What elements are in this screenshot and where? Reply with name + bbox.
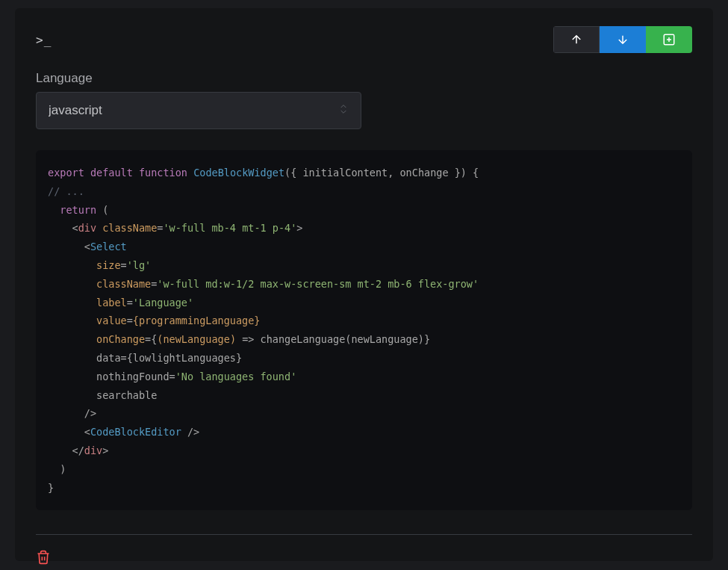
code-editor[interactable]: export default function CodeBlockWidget(…	[36, 150, 692, 510]
code-widget-panel: >_ Language export default function Code…	[15, 8, 713, 561]
language-select-wrapper	[36, 92, 361, 129]
toolbar: >_	[36, 26, 692, 53]
code-token: nothingFound=	[96, 371, 175, 382]
code-token: value	[96, 315, 127, 326]
code-token: size	[96, 259, 121, 271]
code-token	[48, 315, 96, 326]
code-token: 'w-full mb-4 mt-1 p-4'	[163, 222, 296, 234]
code-token	[48, 389, 96, 401]
code-token: className	[96, 278, 151, 290]
code-token: ({	[284, 167, 302, 179]
code-token: }	[48, 482, 54, 494]
code-token: CodeBlockWidget	[193, 167, 284, 179]
code-token: =	[127, 315, 133, 326]
code-token: />	[48, 407, 96, 419]
code-token: // ...	[48, 185, 84, 197]
code-token: initialContent, onChange	[302, 167, 448, 179]
code-token: >	[102, 444, 108, 456]
code-token: >	[296, 222, 302, 234]
code-token: 'Language'	[133, 297, 193, 309]
plus-square-icon	[662, 33, 676, 46]
code-token: return	[60, 204, 96, 216]
code-token: </	[48, 444, 84, 456]
add-button[interactable]	[646, 26, 692, 53]
code-token: )	[48, 463, 66, 475]
code-token: default	[90, 167, 133, 179]
code-token: {programmingLanguage}	[133, 315, 261, 326]
code-token: CodeBlockEditor	[90, 426, 181, 438]
code-token: searchable	[96, 389, 157, 401]
code-token: label	[96, 297, 127, 309]
code-token	[48, 352, 96, 364]
code-token: className	[102, 222, 157, 234]
arrow-down-icon	[616, 33, 629, 46]
divider	[36, 534, 692, 535]
code-token: (	[96, 204, 108, 216]
code-token: }) {	[449, 167, 479, 179]
arrow-up-icon	[570, 33, 583, 46]
toolbar-buttons	[553, 26, 692, 53]
delete-button[interactable]	[33, 547, 54, 570]
trash-icon	[36, 550, 51, 565]
code-token: export	[48, 167, 84, 179]
move-up-button[interactable]	[553, 26, 600, 53]
code-token: Select	[90, 241, 127, 253]
code-token	[48, 278, 96, 290]
code-token: data={lowlightLanguages}	[96, 352, 242, 364]
terminal-icon: >_	[36, 33, 52, 47]
code-token: onChange	[96, 333, 145, 345]
code-token: 'lg'	[127, 259, 152, 271]
code-token	[48, 371, 96, 382]
code-token: <	[48, 222, 78, 234]
code-token: />	[181, 426, 199, 438]
language-label: Language	[36, 71, 692, 86]
code-token: => changeLanguage(newLanguage)}	[236, 333, 430, 345]
language-select[interactable]	[36, 92, 361, 129]
code-token: =	[127, 297, 133, 309]
code-token: (newLanguage)	[157, 333, 236, 345]
code-token	[48, 259, 96, 271]
code-token: <	[48, 426, 90, 438]
code-token: 'No languages found'	[175, 371, 297, 382]
code-token: <	[48, 241, 90, 253]
code-token: =	[121, 259, 127, 271]
code-token: 'w-full md:w-1/2 max-w-screen-sm mt-2 mb…	[157, 278, 479, 290]
code-token: function	[139, 167, 187, 179]
code-token	[48, 297, 96, 309]
code-token	[48, 333, 96, 345]
move-down-button[interactable]	[600, 26, 646, 53]
code-token: =	[145, 333, 151, 345]
code-token: div	[78, 222, 96, 234]
code-token: div	[84, 444, 102, 456]
